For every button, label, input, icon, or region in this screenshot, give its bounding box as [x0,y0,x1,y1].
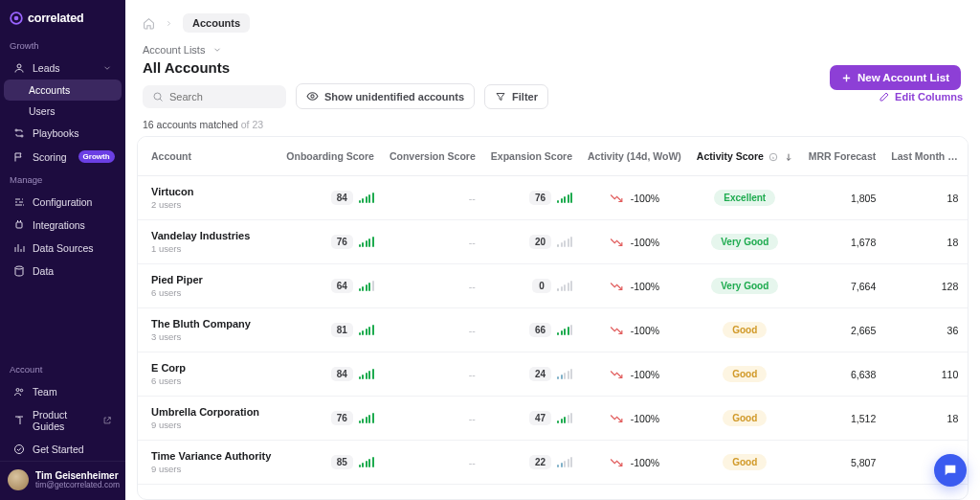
activity-wow: -100% [588,193,681,204]
filter-icon [495,91,506,102]
onboarding-score: 84 [286,367,374,381]
sidebar-subitem-users[interactable]: Users [4,101,122,122]
conversion-score: -- [469,369,476,380]
sidebar-group-manage: Manage [0,169,125,191]
sidebar-subitem-label: Users [29,105,55,117]
onboarding-score: 85 [286,455,374,469]
activity-wow: -100% [588,281,681,292]
account-users: 9 users [151,420,271,430]
conversion-score: -- [469,237,476,248]
search-input[interactable] [143,85,286,108]
avatar [8,469,29,490]
sidebar-item-product-guides[interactable]: Product Guides [4,403,122,438]
button-label: Edit Columns [895,91,963,102]
mrr-forecast: 1,805 [801,176,884,220]
chevron-right-icon [165,19,173,28]
main: Accounts Account Lists All Accounts New … [125,0,980,500]
table-row[interactable]: Virtucon 2 users 84 -- 76 -100% Excellen… [138,176,969,220]
table-row[interactable]: The Bluth Company 3 users 81 -- 66 -100%… [138,308,969,352]
brand-logo[interactable]: correlated [0,0,125,34]
onboarding-score: 84 [286,191,374,205]
col-expansion[interactable]: Expansion Score [483,137,580,176]
col-account[interactable]: Account [138,137,278,176]
trend-down-icon [610,458,623,467]
sidebar-group-account: Account [0,358,125,380]
home-icon[interactable] [143,17,155,30]
signal-bars-icon [359,325,374,335]
trend-down-icon [610,326,623,335]
sliders-icon [13,196,25,208]
col-activity-score[interactable]: Activity Score [689,137,801,176]
account-name: Umbrella Corporation [151,406,271,418]
database-icon [13,265,25,277]
svg-point-7 [16,389,19,392]
search-field[interactable] [169,91,277,102]
activity-score-badge: Very Good [711,234,778,250]
signal-bars-icon [557,369,572,379]
svg-rect-5 [16,222,22,228]
onboarding-score: 76 [286,235,374,249]
edit-columns-button[interactable]: Edit Columns [879,91,963,102]
conversion-score: -- [469,281,476,292]
user-profile[interactable]: Tim Geisenheimer tim@getcorrelated.com [0,461,125,500]
sidebar-item-scoring[interactable]: Scoring Growth [4,145,122,169]
sidebar-item-team[interactable]: Team [4,380,122,403]
col-last-month-credits[interactable]: Last Month Credits … [883,137,969,176]
sidebar-item-label: Team [33,386,57,398]
account-users: 6 users [151,287,271,298]
users-icon [13,386,25,398]
expansion-score: 22 [491,455,572,469]
table-row[interactable]: Vandelay Industries 1 users 76 -- 20 -10… [138,220,969,264]
table-row[interactable]: Pied Piper 6 users 64 -- 0 -100% Very Go… [138,264,969,308]
table-row[interactable]: Time Variance Authority 9 users 85 -- 22… [138,441,969,485]
show-unidentified-button[interactable]: Show unidentified accounts [296,83,475,109]
col-conversion[interactable]: Conversion Score [382,137,483,176]
col-activity-14d[interactable]: Activity (14d, WoW) [580,137,689,176]
last-month-credits: 18 [883,397,969,441]
new-account-list-button[interactable]: New Account List [830,65,961,90]
table-row[interactable]: E Corp 6 users 84 -- 24 -100% Good 6,638… [138,352,969,397]
svg-point-2 [17,64,21,68]
svg-point-1 [14,16,19,21]
trend-down-icon [610,282,623,291]
sort-desc-icon [784,152,793,162]
sidebar-item-get-started[interactable]: Get Started [4,438,122,461]
button-label: Show unidentified accounts [324,91,464,102]
sidebar-item-integrations[interactable]: Integrations [4,214,122,237]
user-email: tim@getcorrelated.com [35,481,120,489]
col-mrr[interactable]: MRR Forecast [801,137,884,176]
svg-point-6 [15,266,23,269]
activity-score-badge: Good [723,410,767,426]
account-users: 1 users [151,243,271,254]
table-row[interactable]: Umbrella Corporation 9 users 76 -- 47 -1… [138,397,969,441]
sidebar-item-data[interactable]: Data [4,260,122,283]
account-users: 2 users [151,199,271,210]
signal-bars-icon [557,457,572,467]
breadcrumb-current[interactable]: Accounts [183,13,250,33]
svg-point-11 [311,95,314,98]
chevron-down-icon[interactable] [212,45,222,55]
filter-button[interactable]: Filter [484,84,548,109]
signal-bars-icon [359,281,374,291]
breadcrumb: Accounts [125,0,980,38]
sidebar-item-configuration[interactable]: Configuration [4,191,122,214]
mrr-forecast: 1,678 [801,220,884,264]
activity-wow: -100% [588,369,681,380]
account-name: E Corp [151,362,271,374]
logo-icon [10,11,23,25]
last-month-credits: 18 [883,176,969,220]
intercom-launcher[interactable] [934,454,967,487]
sidebar-item-label: Leads [33,62,60,74]
svg-point-8 [20,389,23,392]
conversion-score: -- [469,413,476,424]
sidebar-subitem-label: Accounts [29,84,70,96]
activity-score-badge: Excellent [714,190,775,206]
col-onboarding[interactable]: Onboarding Score [278,137,382,176]
sidebar-item-leads[interactable]: Leads [4,57,122,80]
sidebar-subitem-accounts[interactable]: Accounts [4,80,122,101]
sidebar-item-datasources[interactable]: Data Sources [4,237,122,260]
button-label: Filter [512,91,538,102]
sidebar-item-playbooks[interactable]: Playbooks [4,122,122,145]
account-lists-link[interactable]: Account Lists [143,44,205,56]
trend-down-icon [610,414,623,423]
